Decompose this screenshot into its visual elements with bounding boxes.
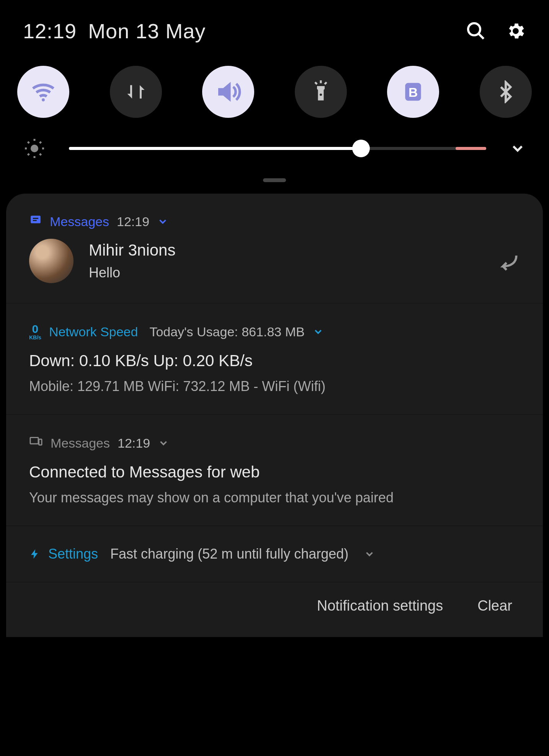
- expand-quick-settings[interactable]: [509, 140, 526, 157]
- reply-icon[interactable]: [498, 250, 520, 272]
- notification-settings-button[interactable]: Notification settings: [317, 598, 443, 614]
- svg-line-1: [479, 34, 484, 39]
- notification-messages-web[interactable]: Messages 12:19 Connected to Messages for…: [6, 415, 543, 526]
- network-speed-icon: 0 KB/s: [29, 323, 41, 340]
- svg-rect-21: [30, 438, 38, 444]
- blue-light-icon: B: [401, 80, 425, 104]
- notification-time: 12:19: [118, 436, 150, 451]
- svg-text:B: B: [408, 85, 418, 99]
- svg-point-9: [31, 145, 38, 152]
- status-date: Mon 13 May: [88, 19, 206, 43]
- collapse-icon[interactable]: [364, 548, 375, 560]
- app-name: Network Speed: [49, 324, 138, 339]
- message-preview: Hello: [89, 265, 175, 281]
- collapse-icon[interactable]: [157, 216, 168, 227]
- notification-body: Your messages may show on a computer tha…: [29, 490, 520, 506]
- notification-panel: Messages 12:19 Mihir 3nions Hello 0 KB/s…: [6, 194, 543, 637]
- bluetooth-toggle[interactable]: [480, 66, 532, 118]
- svg-line-14: [28, 142, 29, 143]
- data-icon: [124, 80, 147, 103]
- svg-rect-18: [31, 216, 41, 223]
- sender-avatar: [29, 239, 74, 283]
- sender-name: Mihir 3nions: [89, 241, 175, 259]
- mobile-data-toggle[interactable]: [110, 66, 162, 118]
- speaker-icon: [213, 77, 243, 107]
- messages-app-icon: [29, 213, 42, 230]
- notification-title: Connected to Messages for web: [29, 463, 520, 481]
- notification-messages[interactable]: Messages 12:19 Mihir 3nions Hello: [6, 194, 543, 303]
- notification-subtitle: Today's Usage: 861.83 MB: [149, 324, 304, 339]
- svg-line-6: [325, 82, 327, 84]
- status-time: 12:19: [23, 19, 77, 43]
- wifi-icon: [29, 78, 57, 106]
- search-icon[interactable]: [466, 21, 486, 41]
- app-name: Messages: [51, 436, 110, 451]
- devices-icon: [29, 435, 43, 451]
- network-usage-line: Mobile: 129.71 MB WiFi: 732.12 MB - WiFi…: [29, 378, 520, 394]
- network-speed-line: Down: 0.10 KB/s Up: 0.20 KB/s: [29, 352, 520, 370]
- svg-line-5: [315, 82, 317, 84]
- notification-network-speed[interactable]: 0 KB/s Network Speed Today's Usage: 861.…: [6, 303, 543, 415]
- notification-time: 12:19: [117, 214, 149, 229]
- collapse-icon[interactable]: [312, 326, 324, 337]
- app-name: Settings: [48, 546, 98, 562]
- svg-line-16: [28, 154, 29, 155]
- drag-handle[interactable]: [263, 178, 286, 182]
- svg-point-3: [320, 94, 322, 96]
- gear-icon[interactable]: [505, 21, 526, 41]
- svg-rect-22: [39, 439, 42, 445]
- flashlight-toggle[interactable]: [295, 66, 347, 118]
- sound-toggle[interactable]: [202, 66, 254, 118]
- flashlight-icon: [309, 80, 332, 103]
- brightness-icon: [23, 137, 46, 160]
- wifi-toggle[interactable]: [17, 66, 69, 118]
- blue-light-toggle[interactable]: B: [387, 66, 439, 118]
- charging-status: Fast charging (52 m until fully charged): [110, 546, 348, 562]
- clear-button[interactable]: Clear: [477, 598, 512, 614]
- bolt-icon: [29, 548, 41, 560]
- svg-line-15: [40, 154, 41, 155]
- notification-charging[interactable]: Settings Fast charging (52 m until fully…: [6, 526, 543, 582]
- svg-point-2: [42, 98, 45, 101]
- app-name: Messages: [50, 214, 109, 229]
- brightness-slider[interactable]: [69, 147, 486, 150]
- svg-point-0: [468, 23, 480, 36]
- collapse-icon[interactable]: [158, 437, 169, 449]
- svg-line-17: [40, 142, 41, 143]
- bluetooth-icon: [494, 80, 517, 103]
